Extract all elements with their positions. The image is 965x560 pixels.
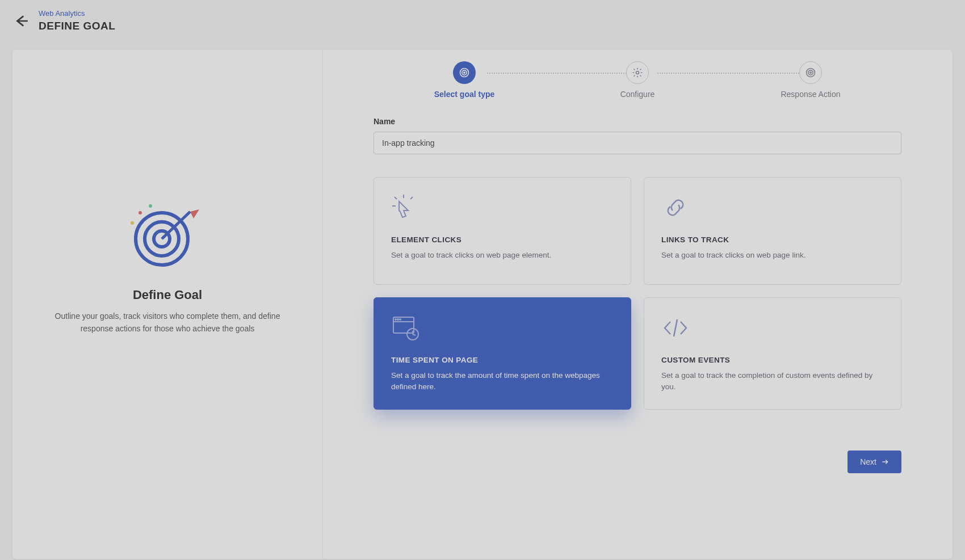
arrow-left-icon xyxy=(14,14,29,28)
goal-card-description: Set a goal to track the amount of time s… xyxy=(391,370,614,392)
page-clock-icon xyxy=(391,314,419,342)
svg-point-9 xyxy=(462,70,467,75)
back-button[interactable] xyxy=(11,11,32,31)
goal-card-custom-events[interactable]: CUSTOM EVENTS Set a goal to track the co… xyxy=(644,297,901,410)
step-circle xyxy=(453,61,476,84)
page-title: DEFINE GOAL xyxy=(39,20,115,32)
stepper: Select goal type Configure Response Acti… xyxy=(374,61,901,99)
svg-point-13 xyxy=(808,70,813,75)
svg-point-8 xyxy=(460,69,469,77)
goal-card-title: CUSTOM EVENTS xyxy=(661,356,884,364)
cursor-click-icon xyxy=(391,193,419,222)
svg-point-21 xyxy=(395,319,396,320)
header-titles: Web Analytics DEFINE GOAL xyxy=(39,9,115,32)
goal-card-title: LINKS TO TRACK xyxy=(661,235,884,244)
svg-point-22 xyxy=(397,319,398,320)
right-panel: Select goal type Configure Response Acti… xyxy=(322,50,953,559)
goal-type-grid: ELEMENT CLICKS Set a goal to track click… xyxy=(374,177,901,410)
goal-card-description: Set a goal to track clicks on web page l… xyxy=(661,250,884,261)
svg-point-10 xyxy=(464,72,465,74)
goal-card-description: Set a goal to track clicks on web page e… xyxy=(391,250,614,261)
step-label: Configure xyxy=(620,90,655,99)
next-button-label: Next xyxy=(860,457,876,466)
svg-line-18 xyxy=(410,197,413,199)
goal-card-time-spent[interactable]: TIME SPENT ON PAGE Set a goal to track t… xyxy=(374,297,631,410)
target-icon xyxy=(459,67,470,78)
link-icon xyxy=(661,193,690,222)
svg-point-23 xyxy=(400,319,401,320)
svg-marker-4 xyxy=(190,209,199,218)
svg-line-15 xyxy=(395,197,397,199)
svg-point-11 xyxy=(636,71,639,74)
step-response-action[interactable]: Response Action xyxy=(754,61,867,99)
page-header: Web Analytics DEFINE GOAL xyxy=(0,0,965,41)
svg-line-26 xyxy=(413,334,416,335)
next-button[interactable]: Next xyxy=(847,450,901,473)
svg-line-27 xyxy=(674,319,677,336)
svg-point-6 xyxy=(139,211,142,214)
goal-card-title: TIME SPENT ON PAGE xyxy=(391,356,614,364)
goal-card-title: ELEMENT CLICKS xyxy=(391,235,614,244)
main-card: Define Goal Outline your goals, track vi… xyxy=(12,50,953,559)
name-label: Name xyxy=(374,117,901,126)
goal-illustration xyxy=(122,195,213,268)
left-panel-description: Outline your goals, track visitors who c… xyxy=(47,310,288,335)
svg-point-7 xyxy=(149,204,152,208)
svg-point-5 xyxy=(131,221,134,225)
svg-point-14 xyxy=(810,72,812,74)
step-circle xyxy=(799,61,822,84)
goal-name-input[interactable] xyxy=(374,132,901,154)
step-select-goal-type[interactable]: Select goal type xyxy=(408,61,521,99)
arrow-right-icon xyxy=(881,458,889,466)
actions-row: Next xyxy=(374,450,901,473)
step-circle xyxy=(626,61,649,84)
left-panel-title: Define Goal xyxy=(133,288,202,302)
goal-card-element-clicks[interactable]: ELEMENT CLICKS Set a goal to track click… xyxy=(374,177,631,285)
target-icon xyxy=(805,67,816,78)
code-icon xyxy=(661,314,690,342)
gear-icon xyxy=(632,67,643,78)
svg-point-12 xyxy=(807,69,815,77)
goal-card-links-to-track[interactable]: LINKS TO TRACK Set a goal to track click… xyxy=(644,177,901,285)
step-label: Response Action xyxy=(781,90,840,99)
left-panel: Define Goal Outline your goals, track vi… xyxy=(12,50,322,559)
step-label: Select goal type xyxy=(434,90,495,99)
step-configure[interactable]: Configure xyxy=(581,61,694,99)
breadcrumb-link[interactable]: Web Analytics xyxy=(39,9,115,18)
goal-card-description: Set a goal to track the completion of cu… xyxy=(661,370,884,392)
